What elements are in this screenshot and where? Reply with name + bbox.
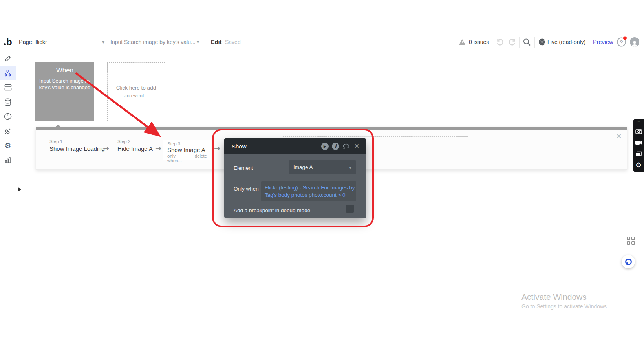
bubble-workflow-editor: b Page: flickr ▾ Input Search image by k… (0, 0, 644, 363)
gear-icon: ⚙ (635, 162, 641, 169)
grid-square (627, 236, 630, 240)
toolbar-divider (519, 37, 520, 48)
only-when-label: Only when (234, 186, 259, 192)
notification-dot (623, 37, 627, 40)
issues-count: 0 issues (469, 39, 489, 45)
sidebar-item-workflow[interactable] (0, 66, 16, 80)
pencil-icon (4, 55, 12, 62)
popup-body: Element Image A ▾ Only when Flickr (test… (224, 154, 366, 218)
only-when-link[interactable]: only when... (167, 154, 189, 163)
search-icon (523, 38, 531, 46)
sidebar-item-design[interactable] (0, 51, 16, 66)
overflow-dots-icon[interactable]: ⋯ (637, 120, 640, 125)
step-label: Step 1 (49, 139, 105, 144)
plug-icon (4, 127, 12, 135)
palette-icon (4, 113, 12, 120)
warning-icon (459, 39, 466, 45)
element-value: Image A (293, 164, 349, 170)
user-avatar[interactable] (630, 37, 639, 47)
only-when-condition[interactable]: Flickr (testing) - Search For Images by … (261, 182, 356, 201)
info-icon[interactable]: i (332, 143, 339, 150)
sidebar-item-plugins[interactable] (0, 124, 16, 138)
step-2[interactable]: Step 2 Hide Image A (117, 139, 153, 152)
record-button[interactable] (635, 137, 642, 148)
step-label: Step 2 (117, 139, 153, 144)
popup-title: Show (232, 143, 318, 150)
step-1[interactable]: Step 1 Show Image Loading (49, 139, 105, 152)
close-icon[interactable]: ✕ (617, 133, 622, 139)
redo-button[interactable] (508, 38, 517, 46)
assistant-logo-icon (625, 258, 632, 265)
redo-icon (508, 38, 517, 46)
canvas-expand-arrow-icon[interactable] (18, 187, 21, 192)
run-icon[interactable]: ▶ (321, 143, 329, 150)
breakpoint-label: Add a breakpoint in debug mode (234, 207, 310, 213)
element-label: Element (234, 165, 253, 171)
video-camera-icon (635, 140, 642, 145)
top-toolbar: b Page: flickr ▾ Input Search image by k… (0, 33, 644, 51)
add-event-box[interactable]: Click here to add an event... (107, 62, 165, 121)
steps-panel-topbar (36, 127, 627, 130)
sidebar-item-settings[interactable]: ⚙ (0, 138, 16, 153)
popup-header[interactable]: Show ▶ i ✕ (224, 138, 366, 154)
recorder-settings-button[interactable]: ⚙ (635, 160, 641, 171)
saved-status: Saved (225, 39, 241, 45)
grid-square (631, 236, 635, 240)
close-icon[interactable]: ✕ (353, 143, 360, 150)
step-arrow-icon: → (103, 144, 109, 152)
chevron-down-icon: ▾ (349, 165, 351, 170)
screenshot-button[interactable] (635, 125, 642, 137)
condition-line: Tag's body photos photo:count > 0 (265, 191, 353, 199)
sidebar-item-styles[interactable] (0, 109, 16, 124)
page-selector[interactable]: Page: flickr ▾ (19, 39, 104, 45)
page-selector-label: Page: flickr (19, 39, 47, 45)
add-event-label: Click here to add an event... (113, 84, 159, 100)
activate-windows-hint: Go to Settings to activate Windows. (521, 303, 608, 310)
chevron-down-icon: ▾ (197, 39, 199, 45)
comment-bubble-glyph (343, 143, 349, 149)
globe-icon (538, 38, 546, 46)
person-icon (631, 40, 638, 47)
live-globe (538, 38, 546, 46)
edit-tab[interactable]: Edit (211, 39, 221, 45)
extension-grid-icon[interactable] (627, 236, 635, 245)
layered-windows-icon (635, 151, 642, 157)
breakpoint-checkbox[interactable] (346, 205, 354, 213)
step-label: Step 3 (167, 141, 207, 146)
chevron-down-icon: ▾ (102, 39, 104, 45)
windows-button[interactable] (635, 148, 642, 160)
assistant-widget[interactable] (622, 255, 635, 268)
bubble-logo[interactable]: b (4, 37, 12, 48)
bubble-logo-dot (4, 43, 6, 45)
workflow-icon (4, 69, 12, 77)
sidebar-item-logs[interactable] (0, 153, 16, 167)
comment-icon[interactable] (342, 143, 350, 150)
event-box-when[interactable]: When Input Search image by key's value i… (35, 62, 94, 121)
event-title: When (39, 66, 91, 74)
step-arrow-icon: → (155, 144, 161, 152)
sidebar-item-pages[interactable] (0, 80, 16, 95)
event-subtitle: Input Search image by key's value is cha… (39, 77, 91, 91)
undo-button[interactable] (496, 38, 504, 46)
sidebar-item-data[interactable] (0, 95, 16, 109)
activate-windows-watermark: Activate Windows (521, 292, 587, 302)
workflow-event-selector[interactable]: Input Search image by key's valu... ▾ (110, 39, 199, 45)
bar-chart-icon (4, 157, 11, 163)
delete-link[interactable]: delete (195, 154, 207, 163)
step-3-selected[interactable]: Step 3 Show Image A only when... delete (163, 140, 211, 160)
live-readonly-label: Live (read-only) (547, 39, 585, 45)
toolbar-divider (534, 37, 535, 48)
stacked-rows-icon (4, 84, 12, 91)
database-icon (4, 98, 11, 106)
action-properties-popup: Show ▶ i ✕ Element Image A ▾ Only when F… (224, 138, 366, 218)
help-button[interactable]: ? (617, 38, 626, 47)
screen-recorder-bar: ⋯ ⚙ (633, 119, 644, 172)
step-name: Hide Image A (117, 145, 153, 152)
undo-icon (496, 38, 504, 46)
issues-indicator[interactable]: 0 issues (459, 39, 489, 45)
preview-button[interactable]: Preview (593, 39, 613, 45)
add-action-slot (283, 136, 468, 137)
condition-line: Flickr (testing) - Search For Images by (265, 184, 353, 191)
search-button[interactable] (523, 38, 531, 46)
element-dropdown[interactable]: Image A ▾ (289, 160, 356, 174)
